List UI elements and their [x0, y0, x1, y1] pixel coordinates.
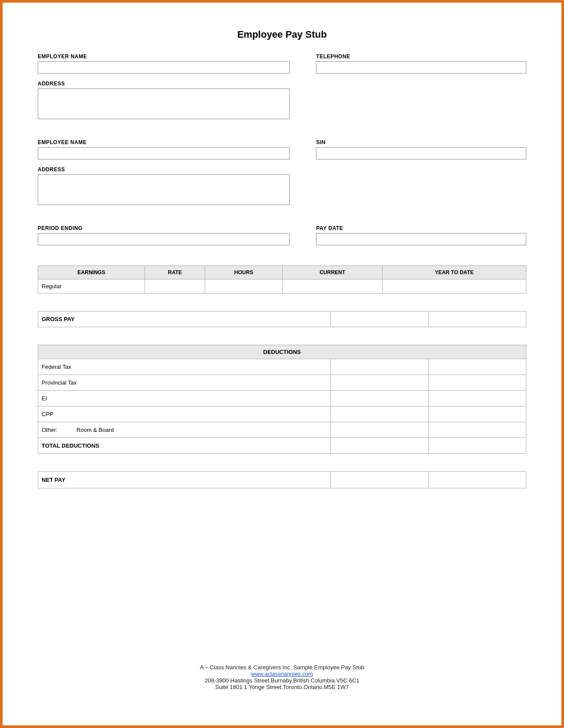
footer-link[interactable]: www.aclassnannies.com [251, 671, 313, 677]
federal-tax-label: Federal Tax [38, 359, 331, 375]
rate-col-header: RATE [145, 266, 205, 279]
earnings-col-header: EARNINGS [38, 266, 145, 279]
net-pay-wrapper: NET PAY [38, 471, 526, 506]
current-col-header: CURRENT [282, 266, 382, 279]
regular-rate[interactable] [145, 279, 205, 293]
total-deductions-current[interactable] [331, 438, 429, 454]
other-current[interactable] [331, 422, 429, 438]
employer-address-label: ADDRESS [38, 81, 290, 87]
net-pay-row: NET PAY [38, 472, 526, 488]
total-deductions-row: TOTAL DEDUCTIONS [38, 438, 526, 454]
employee-address-row: ADDRESS [38, 166, 526, 205]
sin-input[interactable] [316, 147, 526, 159]
gross-pay-wrapper: GROSS PAY [38, 302, 526, 336]
footer: A – Class Nannies & Caregivers Inc. Samp… [200, 664, 364, 699]
cpp-row: CPP [38, 406, 526, 422]
net-pay-table: NET PAY [38, 471, 526, 488]
employer-name-group: EMPLOYER NAME [38, 53, 290, 74]
employer-address-input[interactable] [38, 88, 290, 119]
ei-ytd[interactable] [429, 391, 526, 406]
provincial-tax-ytd[interactable] [429, 375, 526, 391]
pay-date-input[interactable] [316, 233, 526, 245]
period-section: PERIOD ENDING PAY DATE [38, 225, 526, 252]
employer-section: EMPLOYER NAME TELEPHONE ADDRESS [38, 53, 526, 126]
telephone-input[interactable] [316, 61, 526, 74]
earnings-table-wrapper: EARNINGS RATE HOURS CURRENT YEAR TO DATE… [38, 265, 526, 293]
other-row: Other: Room & Board [38, 422, 526, 438]
period-row: PERIOD ENDING PAY DATE [38, 225, 526, 245]
sin-label: SIN [316, 139, 526, 145]
employee-address-group: ADDRESS [38, 166, 290, 205]
federal-tax-current[interactable] [331, 359, 429, 375]
gross-pay-current[interactable] [331, 311, 429, 327]
federal-tax-ytd[interactable] [429, 359, 526, 375]
regular-label: Regular [38, 279, 145, 293]
employer-address-group: ADDRESS [38, 81, 290, 119]
employer-name-label: EMPLOYER NAME [38, 53, 290, 60]
gross-pay-ytd[interactable] [429, 311, 526, 327]
provincial-tax-current[interactable] [331, 375, 429, 391]
earnings-table: EARNINGS RATE HOURS CURRENT YEAR TO DATE… [38, 265, 526, 293]
federal-tax-row: Federal Tax [38, 359, 526, 375]
deductions-table: DEDUCTIONS Federal Tax Provincial Tax EI [38, 345, 526, 454]
period-ending-group: PERIOD ENDING [38, 225, 290, 245]
ei-row: EI [38, 391, 526, 406]
employer-name-telephone-row: EMPLOYER NAME TELEPHONE [38, 53, 526, 74]
footer-line3: Suite 1801 1 Yonge Street.Toronto.Ontari… [200, 684, 364, 690]
deductions-header: DEDUCTIONS [38, 345, 526, 359]
pay-date-label: PAY DATE [316, 225, 526, 231]
ei-label: EI [38, 391, 331, 406]
cpp-current[interactable] [331, 406, 429, 422]
regular-current[interactable] [282, 279, 382, 293]
gross-pay-table: GROSS PAY [38, 311, 526, 327]
page-title: Employee Pay Stub [237, 29, 326, 40]
hours-col-header: HOURS [205, 266, 282, 279]
employee-address-right-spacer [316, 166, 526, 205]
employee-name-label: EMPLOYEE NAME [38, 139, 290, 145]
total-deductions-label: TOTAL DEDUCTIONS [38, 438, 331, 454]
deductions-header-row: DEDUCTIONS [38, 345, 526, 359]
telephone-group: TELEPHONE [316, 53, 526, 74]
period-ending-input[interactable] [38, 233, 290, 245]
regular-ytd[interactable] [383, 279, 526, 293]
footer-link-wrapper: www.aclassnannies.com [200, 671, 364, 677]
employee-name-input[interactable] [38, 147, 290, 159]
deductions-wrapper: DEDUCTIONS Federal Tax Provincial Tax EI [38, 345, 526, 463]
net-pay-current[interactable] [331, 472, 429, 488]
period-ending-label: PERIOD ENDING [38, 225, 290, 231]
net-pay-label: NET PAY [38, 472, 331, 488]
total-deductions-ytd[interactable] [429, 438, 526, 454]
cpp-label: CPP [38, 406, 331, 422]
page-container: Employee Pay Stub EMPLOYER NAME TELEPHON… [0, 0, 564, 728]
footer-line2: 208-3900 Hastings Street.Burnaby.British… [200, 677, 364, 684]
earnings-header-row: EARNINGS RATE HOURS CURRENT YEAR TO DATE [38, 266, 526, 279]
employee-name-group: EMPLOYEE NAME [38, 139, 290, 159]
ytd-col-header: YEAR TO DATE [383, 266, 526, 279]
provincial-tax-row: Provincial Tax [38, 375, 526, 391]
provincial-tax-label: Provincial Tax [38, 375, 331, 391]
employee-address-input[interactable] [38, 174, 290, 205]
employee-section: EMPLOYEE NAME SIN ADDRESS [38, 139, 526, 212]
other-ytd[interactable] [429, 422, 526, 438]
net-pay-ytd[interactable] [429, 472, 526, 488]
employer-name-input[interactable] [38, 61, 290, 74]
other-text: Other: [42, 427, 57, 433]
regular-hours[interactable] [205, 279, 282, 293]
employer-address-right-spacer [316, 81, 526, 119]
pay-date-group: PAY DATE [316, 225, 526, 245]
other-label: Other: Room & Board [38, 422, 331, 438]
ei-current[interactable] [331, 391, 429, 406]
gross-pay-label: GROSS PAY [38, 311, 331, 327]
sin-group: SIN [316, 139, 526, 159]
footer-line1: A – Class Nannies & Caregivers Inc. Samp… [200, 664, 364, 671]
gross-pay-row: GROSS PAY [38, 311, 526, 327]
regular-row: Regular [38, 279, 526, 293]
employee-address-label: ADDRESS [38, 166, 290, 173]
room-board-text: Room & Board [76, 427, 114, 433]
cpp-ytd[interactable] [429, 406, 526, 422]
employer-address-row: ADDRESS [38, 81, 526, 119]
employee-name-sin-row: EMPLOYEE NAME SIN [38, 139, 526, 159]
telephone-label: TELEPHONE [316, 53, 526, 60]
